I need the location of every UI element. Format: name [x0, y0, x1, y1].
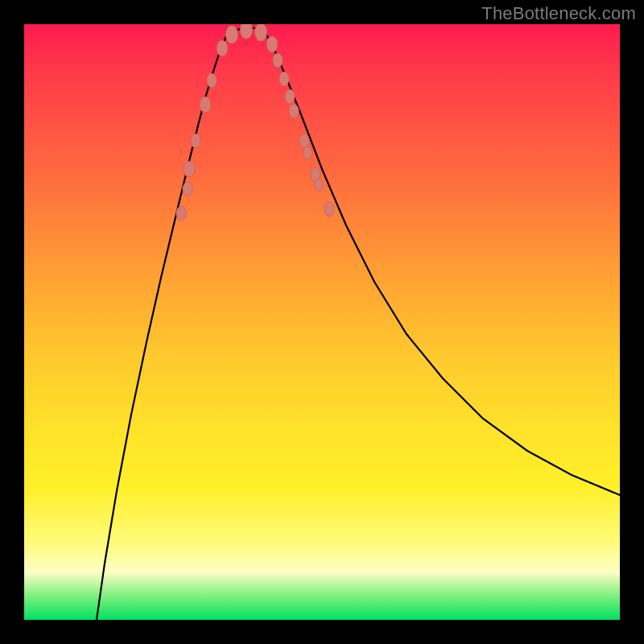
bottleneck-curve	[97, 28, 620, 620]
marker-point	[285, 89, 295, 104]
marker-point	[303, 147, 312, 159]
watermark-label: TheBottleneck.com	[481, 3, 636, 24]
marker-point	[225, 26, 238, 43]
marker-point	[254, 24, 267, 41]
marker-point	[266, 36, 278, 52]
markers-group	[176, 24, 334, 221]
marker-point	[273, 53, 283, 68]
marker-point	[207, 73, 217, 88]
marker-point	[299, 134, 309, 148]
marker-point	[191, 134, 200, 148]
marker-point	[324, 202, 334, 217]
marker-point	[279, 72, 289, 86]
marker-point	[176, 206, 186, 221]
marker-point	[217, 40, 228, 56]
marker-point	[315, 179, 324, 192]
outer-frame: TheBottleneck.com	[0, 0, 644, 644]
marker-point	[289, 104, 299, 118]
plot-area	[24, 24, 620, 620]
marker-point	[200, 97, 211, 113]
curve-svg	[24, 24, 620, 620]
marker-point	[240, 24, 253, 39]
marker-point	[184, 161, 195, 177]
marker-point	[183, 182, 192, 196]
